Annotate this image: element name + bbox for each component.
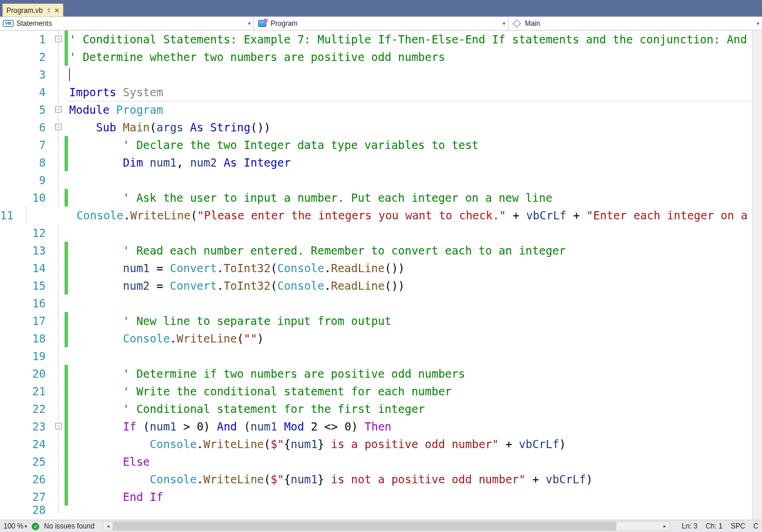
nav-scope[interactable]: VB Statements ▾: [0, 17, 254, 30]
code-text[interactable]: Sub Main(args As String()): [68, 118, 752, 136]
code-text[interactable]: ' Declare the two Integer data type vari…: [68, 136, 752, 154]
code-line[interactable]: 11 Console.WriteLine("Please enter the i…: [0, 206, 752, 224]
line-number[interactable]: 2: [0, 48, 54, 66]
code-text[interactable]: Console.WriteLine("Please enter the inte…: [22, 206, 752, 224]
code-text[interactable]: ' Write the conditional statement for ea…: [68, 382, 752, 400]
line-number[interactable]: 20: [0, 365, 54, 382]
code-line[interactable]: 19: [0, 347, 752, 365]
code-line[interactable]: 21 ' Write the conditional statement for…: [0, 382, 752, 400]
line-number[interactable]: 21: [0, 382, 54, 400]
code-text[interactable]: [68, 506, 752, 514]
scroll-thumb[interactable]: [113, 522, 617, 530]
code-text[interactable]: ' Determine whether two numbers are posi…: [68, 48, 752, 66]
code-line[interactable]: 4Imports System: [0, 83, 752, 101]
issues-label[interactable]: No issues found: [44, 522, 94, 530]
code-line[interactable]: 28: [0, 506, 752, 514]
code-line[interactable]: 10 ' Ask the user to input a number. Put…: [0, 189, 752, 206]
code-line[interactable]: 3: [0, 66, 752, 83]
line-number[interactable]: 1: [0, 31, 54, 48]
code-text[interactable]: [68, 171, 752, 189]
status-extra[interactable]: C: [753, 522, 758, 530]
code-text[interactable]: ' Conditional statement for the first in…: [68, 400, 752, 418]
status-ch[interactable]: Ch: 1: [706, 522, 723, 530]
code-line[interactable]: 15 num2 = Convert.ToInt32(Console.ReadLi…: [0, 277, 752, 294]
code-line[interactable]: 22 ' Conditional statement for the first…: [0, 400, 752, 418]
line-number[interactable]: 3: [0, 66, 54, 83]
fold-toggle-icon[interactable]: −: [55, 106, 62, 113]
scroll-track[interactable]: [113, 522, 660, 530]
pin-icon[interactable]: ⇪: [46, 7, 51, 13]
line-number[interactable]: 14: [0, 259, 54, 277]
scroll-left-icon[interactable]: ◂: [103, 522, 113, 530]
line-number[interactable]: 9: [0, 171, 54, 189]
code-text[interactable]: Console.WriteLine($"{num1} is not a posi…: [68, 470, 752, 488]
code-text[interactable]: If (num1 > 0) And (num1 Mod 2 <> 0) Then: [68, 418, 752, 435]
code-line[interactable]: 23− If (num1 > 0) And (num1 Mod 2 <> 0) …: [0, 418, 752, 435]
line-number[interactable]: 19: [0, 347, 54, 365]
code-line[interactable]: 14 num1 = Convert.ToInt32(Console.ReadLi…: [0, 259, 752, 277]
code-line[interactable]: 18 Console.WriteLine(""): [0, 330, 752, 347]
code-text[interactable]: Dim num1, num2 As Integer: [68, 154, 752, 171]
code-text[interactable]: num1 = Convert.ToInt32(Console.ReadLine(…: [68, 259, 752, 277]
line-number[interactable]: 7: [0, 136, 54, 154]
status-ln[interactable]: Ln: 3: [682, 522, 697, 530]
code-line[interactable]: 5−Module Program: [0, 101, 752, 118]
tab-program-vb[interactable]: Program.vb ⇪ ×: [2, 4, 63, 16]
code-line[interactable]: 7 ' Declare the two Integer data type va…: [0, 136, 752, 154]
code-text[interactable]: ' Ask the user to input a number. Put ea…: [68, 189, 752, 206]
code-line[interactable]: 8 Dim num1, num2 As Integer: [0, 154, 752, 171]
line-number[interactable]: 28: [0, 506, 54, 514]
line-number[interactable]: 8: [0, 154, 54, 171]
nav-type[interactable]: Program ▾: [254, 17, 508, 30]
code-text[interactable]: [68, 224, 752, 242]
code-line[interactable]: 13 ' Read each number entered. Remember …: [0, 242, 752, 259]
code-text[interactable]: ' Determine if two numbers are positive …: [68, 365, 752, 382]
code-line[interactable]: 2' Determine whether two numbers are pos…: [0, 48, 752, 66]
fold-toggle-icon[interactable]: −: [55, 124, 62, 130]
line-number[interactable]: 24: [0, 435, 54, 453]
fold-toggle-icon[interactable]: −: [55, 423, 62, 429]
line-number[interactable]: 16: [0, 294, 54, 312]
close-icon[interactable]: ×: [55, 6, 59, 15]
code-text[interactable]: ' Read each number entered. Remember to …: [68, 242, 752, 259]
code-text[interactable]: [68, 347, 752, 365]
code-text[interactable]: ' New line to separate input from output: [68, 312, 752, 330]
code-text[interactable]: ' Conditional Statements: Example 7: Mul…: [68, 31, 752, 48]
code-text[interactable]: Module Program: [68, 101, 752, 118]
line-number[interactable]: 12: [0, 224, 54, 242]
code-line[interactable]: 1−' Conditional Statements: Example 7: M…: [0, 31, 752, 48]
code-line[interactable]: 6− Sub Main(args As String()): [0, 118, 752, 136]
line-number[interactable]: 23: [0, 418, 54, 435]
code-text[interactable]: End If: [68, 488, 752, 506]
line-number[interactable]: 22: [0, 400, 54, 418]
line-number[interactable]: 27: [0, 488, 54, 506]
vertical-scrollbar[interactable]: [752, 31, 762, 520]
line-number[interactable]: 5: [0, 101, 54, 118]
code-line[interactable]: 24 Console.WriteLine($"{num1} is a posit…: [0, 435, 752, 453]
code-text[interactable]: Imports System: [68, 83, 752, 101]
code-line[interactable]: 16: [0, 294, 752, 312]
fold-toggle-icon[interactable]: −: [55, 36, 62, 42]
line-number[interactable]: 15: [0, 277, 54, 294]
code-line[interactable]: 9: [0, 171, 752, 189]
line-number[interactable]: 4: [0, 83, 54, 101]
line-number[interactable]: 18: [0, 330, 54, 347]
code-text[interactable]: Console.WriteLine($"{num1} is a positive…: [68, 435, 752, 453]
code-text[interactable]: [68, 294, 752, 312]
code-lines[interactable]: 1−' Conditional Statements: Example 7: M…: [0, 31, 752, 520]
code-line[interactable]: 12: [0, 224, 752, 242]
nav-member[interactable]: Main ▾: [509, 17, 762, 30]
code-line[interactable]: 25 Else: [0, 453, 752, 470]
line-number[interactable]: 26: [0, 470, 54, 488]
code-text[interactable]: Console.WriteLine(""): [68, 330, 752, 347]
code-line[interactable]: 27 End If: [0, 488, 752, 506]
line-number[interactable]: 11: [0, 206, 22, 224]
code-line[interactable]: 17 ' New line to separate input from out…: [0, 312, 752, 330]
code-line[interactable]: 26 Console.WriteLine($"{num1} is not a p…: [0, 470, 752, 488]
line-number[interactable]: 13: [0, 242, 54, 259]
code-text[interactable]: [68, 66, 752, 83]
code-line[interactable]: 20 ' Determine if two numbers are positi…: [0, 365, 752, 382]
code-text[interactable]: num2 = Convert.ToInt32(Console.ReadLine(…: [68, 277, 752, 294]
line-number[interactable]: 10: [0, 189, 54, 206]
status-ins[interactable]: SPC: [731, 522, 746, 530]
